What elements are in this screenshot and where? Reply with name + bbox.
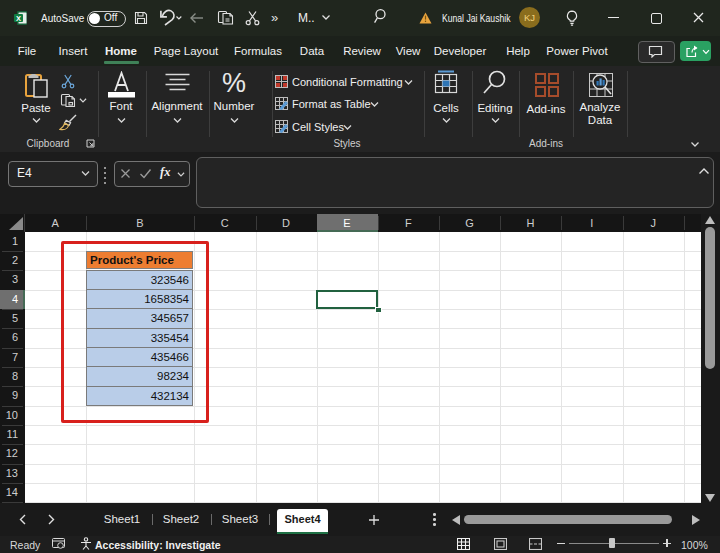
svg-text:X: X <box>16 14 21 23</box>
